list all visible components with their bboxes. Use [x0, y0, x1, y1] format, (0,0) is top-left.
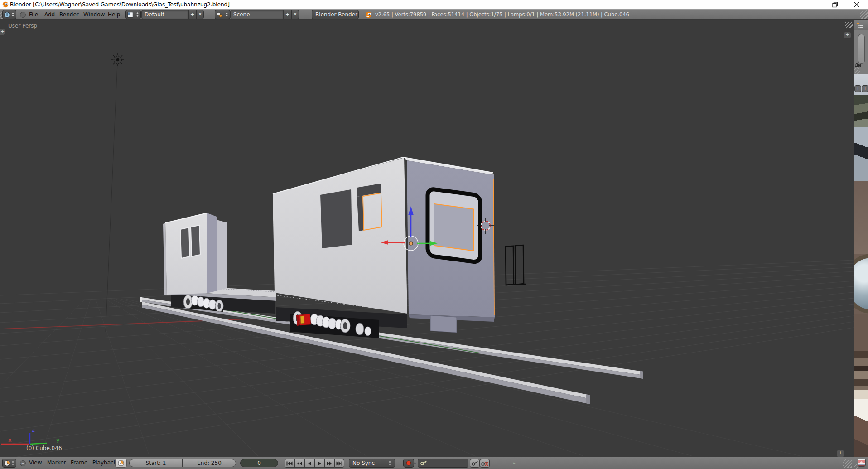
record-button[interactable]	[403, 459, 414, 468]
screen-layout-selector[interactable]	[125, 10, 141, 19]
scene-icon	[217, 12, 222, 18]
add-scene-button[interactable]: +	[284, 10, 291, 19]
rail-tracks[interactable]	[140, 297, 643, 404]
menu-view[interactable]: View	[29, 457, 42, 469]
axis-z-label: z	[32, 426, 35, 433]
collapse-menus-button[interactable]: −	[20, 12, 26, 18]
key-icon	[420, 460, 427, 466]
resize-corner-stripes[interactable]	[843, 459, 852, 468]
menu-playback[interactable]: Playback	[92, 457, 117, 469]
viewport-3d-scene: x y z	[0, 20, 854, 457]
sync-mode-value: No Sync	[352, 460, 375, 466]
image-editor-header	[854, 457, 868, 469]
window-title: Blender [C:\Users\Wagner\Saved Games\Dow…	[10, 0, 230, 9]
scene-name-value: Scene	[233, 11, 250, 18]
frame-end-slider[interactable]: ◂ End: 250 ▸	[183, 459, 236, 467]
scene-statistics: v2.65 | Verts:79859 | Faces:51414 | Obje…	[375, 10, 629, 20]
preview-range-toggle[interactable]	[115, 459, 127, 468]
front-window	[428, 189, 480, 262]
menu-add[interactable]: Add	[44, 10, 55, 19]
jump-prev-keyframe-button[interactable]	[294, 459, 304, 468]
right-editor-column: + +	[854, 20, 868, 457]
current-frame-value: 0	[257, 460, 261, 466]
sync-mode-select[interactable]: No Sync	[349, 459, 395, 468]
menu-file[interactable]: File	[29, 10, 38, 19]
info-editor-icon	[4, 12, 10, 18]
screen-layout-field[interactable]: Default	[141, 10, 188, 19]
timeline-header: − View Marker Frame Playback ◂ Start: 1 …	[0, 457, 854, 469]
play-reverse-button[interactable]	[304, 459, 314, 468]
record-dot-icon	[406, 460, 411, 466]
image-editor-icon	[858, 459, 866, 467]
outliner-header	[854, 20, 868, 30]
image-editor-photo: + +	[854, 74, 868, 457]
chevron-updown-icon	[225, 12, 228, 17]
blender-logo-icon	[365, 11, 372, 18]
timeline-clock-icon	[4, 460, 10, 466]
render-engine-select[interactable]: Blender Render	[312, 10, 359, 19]
menu-frame[interactable]: Frame	[71, 457, 87, 469]
current-frame-field[interactable]: ◂ 0 ▸	[240, 459, 278, 467]
delete-keyframe-button[interactable]	[480, 459, 490, 468]
delete-scene-button[interactable]: ✕	[291, 10, 299, 19]
frame-start-slider[interactable]: ◂ Start: 1 ▸	[129, 459, 183, 467]
resize-corner-stripes[interactable]	[854, 67, 860, 74]
axis-gizmo: x y z	[1, 426, 60, 444]
frame-start-value: Start: 1	[146, 460, 166, 466]
axis-x-label: x	[8, 436, 12, 443]
menu-window[interactable]: Window	[83, 10, 105, 19]
blender-window: Blender [C:\Users\Wagner\Saved Games\Dow…	[0, 0, 868, 469]
chevron-updown-icon	[136, 12, 139, 17]
object-origin	[409, 242, 413, 245]
scene-selector[interactable]	[215, 10, 230, 19]
properties-panel-expand-button[interactable]: +	[844, 32, 851, 39]
editor-type-selector[interactable]	[2, 459, 16, 468]
scene-name-field[interactable]: Scene	[230, 10, 284, 19]
outliner-body	[854, 30, 868, 74]
menu-help[interactable]: Help	[108, 10, 120, 19]
region-expand-button[interactable]: +	[836, 450, 844, 457]
active-object-label: (0) Cube.046	[26, 445, 62, 451]
resize-corner-stripes[interactable]	[860, 10, 868, 19]
add-layout-button[interactable]: +	[188, 10, 196, 19]
blender-logo-icon	[2, 1, 9, 8]
manipulator-x-arrow	[388, 242, 405, 243]
outliner-icon	[857, 22, 863, 29]
menu-marker[interactable]: Marker	[47, 457, 66, 469]
red-buffer-object[interactable]	[296, 314, 311, 326]
minimize-button[interactable]	[805, 0, 821, 9]
close-button[interactable]	[849, 0, 864, 9]
render-engine-value: Blender Render	[315, 11, 357, 18]
region-expand-button[interactable]: +	[862, 85, 868, 92]
axis-y-label: y	[56, 436, 60, 443]
region-expand-button[interactable]: +	[854, 85, 861, 92]
slider-right-arrow-icon[interactable]: ▸	[414, 461, 416, 465]
chevron-updown-icon	[11, 460, 14, 466]
screen-layout-value: Default	[145, 11, 164, 18]
chevron-updown-icon	[388, 460, 391, 466]
toolshelf-expand-button[interactable]: +	[0, 28, 5, 36]
viewport-3d[interactable]: x y z User Persp (0) Cube.046 + + +	[0, 20, 854, 457]
screen-layout-icon	[127, 12, 133, 18]
viewport-view-label: User Persp	[8, 23, 37, 29]
frame-end-value: End: 250	[197, 460, 222, 466]
insert-keyframe-button[interactable]	[470, 459, 480, 468]
collapse-menus-button[interactable]: −	[20, 460, 26, 466]
chevron-updown-icon	[11, 12, 14, 17]
menu-render[interactable]: Render	[59, 10, 79, 19]
slider-right-arrow-icon[interactable]: ▸	[513, 461, 516, 465]
jump-to-start-button[interactable]	[285, 459, 294, 468]
title-bar: Blender [C:\Users\Wagner\Saved Games\Dow…	[0, 0, 868, 9]
info-header: − File Add Render Window Help Default + …	[0, 9, 868, 20]
editor-type-selector[interactable]	[2, 10, 16, 19]
keying-set-field[interactable]	[418, 459, 468, 468]
outliner-scrollbar[interactable]	[858, 34, 865, 64]
photo-porthole	[854, 254, 868, 314]
jump-to-end-button[interactable]	[334, 459, 344, 468]
resize-corner-stripes[interactable]	[845, 22, 853, 28]
play-button[interactable]	[314, 459, 324, 468]
preview-clock-icon	[118, 460, 124, 466]
jump-next-keyframe-button[interactable]	[324, 459, 334, 468]
delete-layout-button[interactable]: ✕	[196, 10, 204, 19]
maximize-button[interactable]	[827, 0, 843, 9]
